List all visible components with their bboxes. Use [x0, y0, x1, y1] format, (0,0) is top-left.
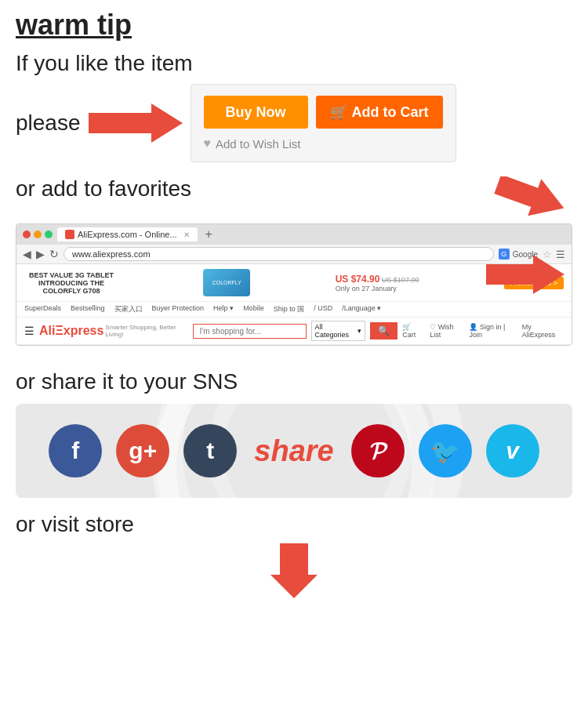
wish-list-text: Add to Wish List [216, 137, 300, 151]
add-to-cart-label: Add to Cart [352, 104, 429, 121]
tab-label: AliExpress.com - Online... [78, 230, 177, 239]
favorites-container: or add to favorites [16, 176, 572, 223]
address-field[interactable]: www.aliexpress.com [64, 247, 494, 261]
page-wrapper: warm tip If you like the item please Buy… [0, 0, 588, 606]
ali-nav: SuperDeals Bestselling 买家入口 Buyer Protec… [16, 302, 572, 318]
minimize-dot [34, 231, 42, 238]
twitter-button[interactable]: 🐦 [419, 424, 472, 477]
tumblr-button[interactable]: t [183, 424, 237, 477]
nav-mobile[interactable]: Mobile [243, 304, 264, 314]
arrow-down-right-icon [478, 176, 572, 223]
buy-area: Buy Now 🛒 Add to Cart ♥ Add to Wish List [191, 84, 456, 162]
nav-language[interactable]: /Language ▾ [342, 304, 381, 314]
buy-buttons-row: Buy Now 🛒 Add to Cart [204, 96, 443, 129]
facebook-button[interactable]: f [49, 424, 102, 477]
category-chevron-icon: ▾ [358, 327, 361, 335]
wish-list-row: ♥ Add to Wish List [204, 136, 443, 151]
close-dot [23, 231, 31, 238]
tab-icon [65, 230, 74, 239]
browser-titlebar: AliExpress.com - Online... ✕ + [16, 224, 572, 245]
like-intro-text: If you like the item [16, 51, 572, 76]
nav-bestselling[interactable]: Bestselling [71, 304, 105, 314]
please-row: please Buy Now 🛒 Add to Cart ♥ [16, 84, 572, 162]
reload-button[interactable]: ↻ [49, 248, 59, 260]
favorites-left: or add to favorites [16, 176, 478, 202]
forward-button[interactable]: ▶ [36, 248, 45, 260]
arrow-right-icon [89, 103, 183, 143]
ali-search-button[interactable]: 🔍 [370, 322, 397, 339]
favorites-text: or add to favorites [16, 176, 191, 201]
nav-superdeals[interactable]: SuperDeals [24, 304, 61, 314]
ali-banner-right: US $74.90 US $107.00 Only on 27 January [336, 274, 419, 292]
favorites-arrow-icon [486, 247, 564, 297]
tab-close-icon: ✕ [183, 231, 190, 239]
google-plus-button[interactable]: g+ [116, 424, 169, 477]
ali-right-icons: 🛒 Cart ♡ Wish List 👤 Sign in | Join My A… [402, 323, 564, 339]
favorites-browser-area: AliExpress.com - Online... ✕ + ◀ ▶ ↻ www… [16, 223, 572, 354]
nav-ship[interactable]: Ship to 国 [274, 304, 305, 314]
ali-date: Only on 27 January [336, 285, 419, 292]
ali-banner-img: COLORFLY [203, 269, 250, 296]
maximize-dot [45, 231, 53, 238]
section-like: If you like the item please Buy Now 🛒 Ad… [16, 51, 572, 162]
store-text: or visit store [16, 512, 572, 537]
please-text: please [16, 111, 81, 136]
social-area: f g+ t share 𝓟 🐦 v [16, 404, 572, 498]
section-favorites: or add to favorites [16, 176, 572, 354]
sns-text: or share it to your SNS [16, 369, 572, 394]
vimeo-button[interactable]: v [486, 424, 539, 477]
back-button[interactable]: ◀ [23, 248, 31, 260]
ali-price-old: US $107.00 [382, 276, 419, 284]
section-sns: or share it to your SNS f g+ t share 𝓟 🐦… [16, 369, 572, 498]
nav-help[interactable]: Help ▾ [213, 304, 234, 314]
add-to-cart-button[interactable]: 🛒 Add to Cart [316, 96, 443, 129]
my-aliexpress-nav[interactable]: My AliExpress [522, 323, 564, 339]
svg-marker-3 [486, 255, 564, 294]
nav-buyer-entrance[interactable]: 买家入口 [114, 304, 143, 314]
signin-nav[interactable]: 👤 Sign in | Join [469, 323, 517, 339]
buy-now-button[interactable]: Buy Now [204, 96, 308, 129]
ali-category-label: All Categories [315, 323, 357, 339]
nav-currency[interactable]: / USD [314, 304, 332, 314]
svg-marker-2 [491, 176, 571, 223]
cart-icon: 🛒 [330, 103, 347, 121]
store-arrow-down [16, 543, 572, 598]
wishlist-nav[interactable]: ♡ Wish List [430, 323, 464, 339]
new-tab-icon[interactable]: + [205, 227, 212, 241]
share-text-label: share [251, 424, 336, 477]
ali-search-bar: ☰ AliΞxpress Smarter Shopping, Better Li… [16, 318, 572, 345]
svg-marker-0 [89, 103, 183, 143]
hamburger-icon[interactable]: ☰ [24, 325, 34, 337]
pinterest-button[interactable]: 𝓟 [351, 424, 405, 477]
section-store: or visit store [16, 512, 572, 598]
ali-logo: AliΞxpress Smarter Shopping, Better Livi… [39, 324, 188, 338]
svg-marker-6 [270, 543, 318, 598]
ali-price: US $74.90 [336, 274, 380, 285]
nav-buyer-protection[interactable]: Buyer Protection [152, 304, 205, 314]
heart-icon: ♥ [204, 136, 212, 151]
browser-controls [23, 231, 53, 238]
ali-category[interactable]: All Categories ▾ [311, 321, 366, 341]
cart-icon-nav[interactable]: 🛒 Cart [402, 323, 425, 339]
ali-banner-left-text: BEST VALUE 3G TABLET INTRODUCING THE COL… [24, 271, 118, 295]
browser-tab: AliExpress.com - Online... ✕ [57, 227, 198, 241]
page-title: warm tip [16, 8, 572, 42]
ali-search-input[interactable] [193, 324, 307, 339]
